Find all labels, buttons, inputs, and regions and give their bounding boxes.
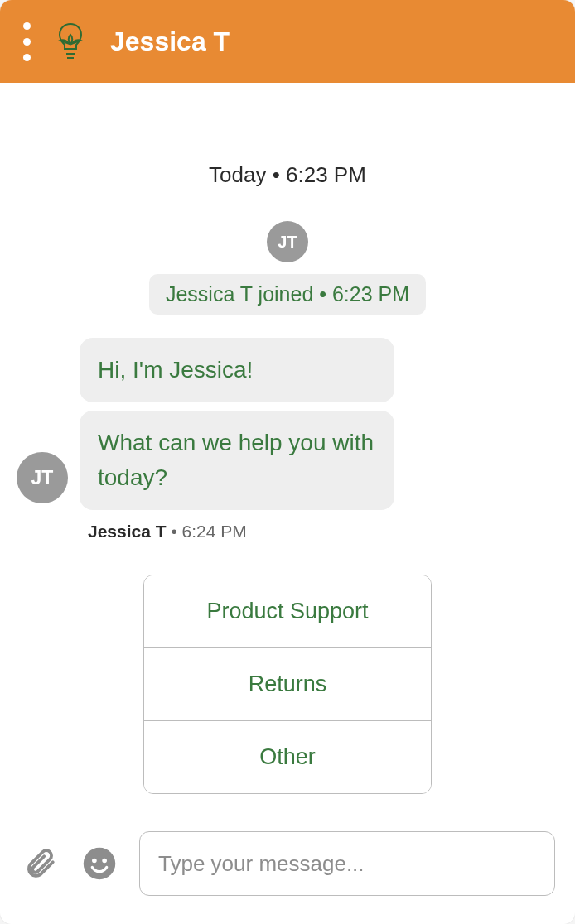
attachment-icon[interactable]	[20, 844, 60, 883]
composer	[0, 811, 575, 924]
avatar: JT	[267, 221, 308, 262]
svg-point-1	[92, 859, 97, 864]
chat-widget: Jessica T Today • 6:23 PM JT Jessica T j…	[0, 0, 575, 924]
date-separator: Today • 6:23 PM	[17, 162, 558, 188]
svg-point-2	[102, 859, 107, 864]
quick-reply-options: Product Support Returns Other	[143, 575, 432, 794]
emoji-icon[interactable]	[80, 844, 119, 883]
lightbulb-icon	[54, 21, 87, 62]
message-author: Jessica T	[88, 522, 167, 541]
message-group: JT Hi, I'm Jessica! What can we help you…	[17, 338, 558, 541]
agent-name: Jessica T	[110, 26, 230, 57]
option-product-support[interactable]: Product Support	[144, 575, 431, 647]
message-meta: Jessica T • 6:24 PM	[88, 522, 394, 541]
chat-header: Jessica T	[0, 0, 575, 83]
message-bubble: Hi, I'm Jessica!	[80, 338, 394, 402]
svg-point-0	[84, 848, 116, 880]
avatar: JT	[17, 452, 68, 503]
join-event: JT Jessica T joined • 6:23 PM	[17, 221, 558, 315]
chat-body[interactable]: Today • 6:23 PM JT Jessica T joined • 6:…	[0, 83, 575, 811]
option-other[interactable]: Other	[144, 720, 431, 793]
message-time: 6:24 PM	[182, 522, 247, 541]
message-bubble: What can we help you with today?	[80, 411, 394, 510]
menu-button[interactable]	[23, 22, 31, 61]
message-input[interactable]	[139, 831, 555, 896]
join-text: Jessica T joined • 6:23 PM	[149, 274, 426, 315]
option-returns[interactable]: Returns	[144, 647, 431, 720]
